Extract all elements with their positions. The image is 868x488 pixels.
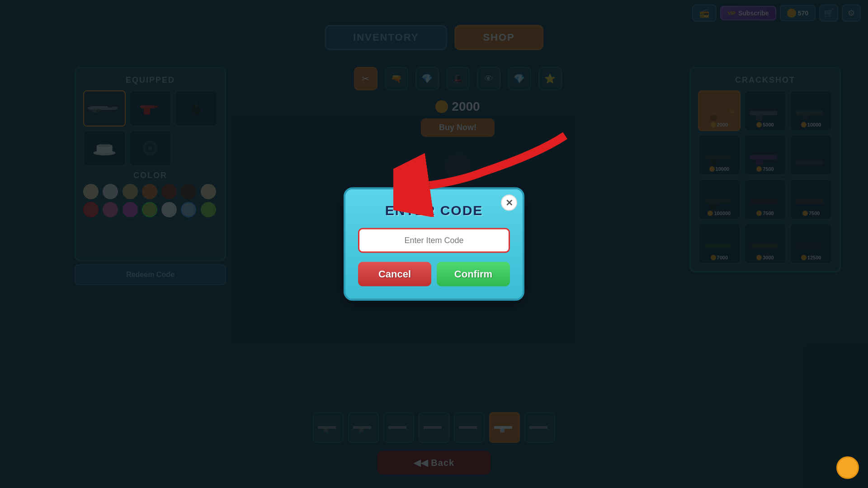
modal-input-wrapper (358, 228, 510, 253)
enter-code-modal: ✕ ENTER CODE Cancel Confirm (344, 188, 524, 301)
cancel-button[interactable]: Cancel (358, 262, 431, 286)
item-code-input[interactable] (359, 230, 509, 252)
close-icon: ✕ (505, 197, 513, 208)
modal-buttons: Cancel Confirm (358, 262, 510, 286)
bottom-right-coin[interactable] (836, 456, 859, 479)
confirm-button[interactable]: Confirm (437, 262, 510, 286)
modal-title: ENTER CODE (358, 203, 510, 218)
modal-close-button[interactable]: ✕ (501, 195, 517, 211)
modal-container: ✕ ENTER CODE Cancel Confirm (344, 188, 524, 301)
